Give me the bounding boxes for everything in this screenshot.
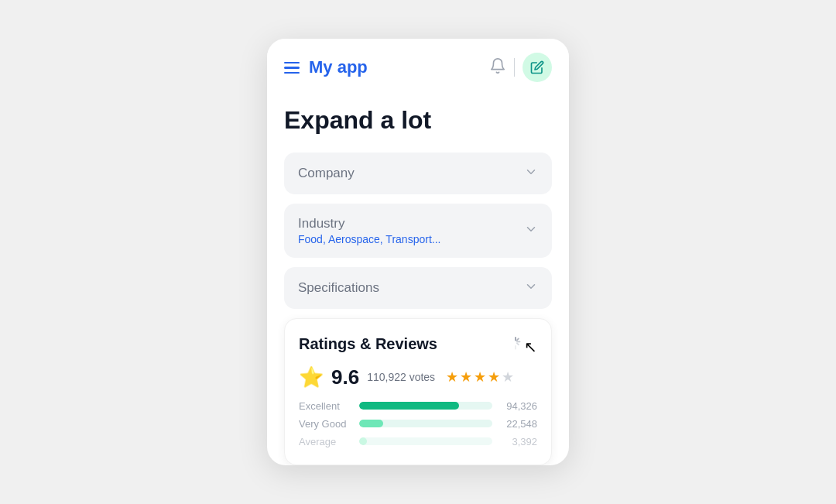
app-header: My app	[267, 39, 569, 90]
bar-track-excellent	[359, 402, 492, 410]
app-title: My app	[309, 57, 489, 77]
bar-row-average: Average 3,392	[299, 436, 537, 447]
header-actions	[489, 53, 552, 82]
chevron-down-icon	[524, 222, 538, 239]
industry-dropdown[interactable]: Industry Food, Aerospace, Transport...	[284, 204, 552, 258]
hamburger-icon[interactable]	[284, 62, 300, 74]
bell-icon[interactable]	[489, 57, 506, 78]
bar-label-verygood: Very Good	[299, 418, 351, 430]
bar-row-verygood: Very Good 22,548	[299, 418, 537, 430]
cursor-pointer-icon: ↖	[524, 338, 537, 356]
specifications-dropdown[interactable]: Specifications	[284, 267, 552, 309]
chevron-down-icon	[524, 279, 538, 297]
score-number: 9.6	[331, 365, 359, 389]
loading-cursor-indicator: ↖	[507, 333, 537, 356]
bar-label-average: Average	[299, 436, 351, 447]
votes-text: 110,922 votes	[367, 371, 435, 383]
svg-line-1	[517, 338, 519, 340]
specifications-label: Specifications	[298, 280, 379, 296]
star-2: ★	[460, 369, 472, 386]
star-1: ★	[446, 369, 458, 386]
star-3: ★	[474, 369, 486, 386]
svg-line-3	[517, 343, 519, 345]
bar-count-verygood: 22,548	[500, 418, 537, 430]
big-star-icon: ⭐	[299, 365, 324, 389]
industry-sublabel: Food, Aerospace, Transport...	[298, 233, 440, 245]
bar-fill-average	[359, 437, 367, 445]
ratings-title: Ratings & Reviews	[299, 335, 437, 353]
stars-row: ★ ★ ★ ★ ★	[446, 369, 514, 386]
bar-count-excellent: 94,326	[500, 400, 537, 412]
industry-content: Industry Food, Aerospace, Transport...	[298, 216, 440, 245]
header-divider	[514, 58, 515, 77]
ratings-card: Ratings & Reviews ↖ ⭐ 9.6 110,922 votes	[284, 318, 552, 465]
page-heading: Expand a lot	[284, 105, 552, 135]
star-5: ★	[502, 369, 514, 386]
bar-label-excellent: Excellent	[299, 400, 351, 412]
bar-row-excellent: Excellent 94,326	[299, 400, 537, 412]
ratings-header: Ratings & Reviews ↖	[299, 333, 537, 356]
company-label: Company	[298, 166, 355, 181]
score-row: ⭐ 9.6 110,922 votes ★ ★ ★ ★ ★	[299, 365, 537, 389]
bar-track-average	[359, 437, 492, 445]
company-dropdown[interactable]: Company	[284, 153, 552, 194]
bar-count-average: 3,392	[500, 436, 537, 447]
chevron-down-icon	[524, 165, 538, 182]
bar-fill-verygood	[359, 420, 383, 427]
industry-label: Industry	[298, 216, 440, 231]
star-4: ★	[488, 369, 500, 386]
edit-button[interactable]	[522, 53, 552, 82]
page-content: Expand a lot Company Industry Food, Aero…	[267, 90, 569, 465]
bar-fill-excellent	[359, 402, 459, 410]
phone-card: My app Expand a lot Company	[267, 39, 569, 465]
bar-track-verygood	[359, 420, 492, 427]
